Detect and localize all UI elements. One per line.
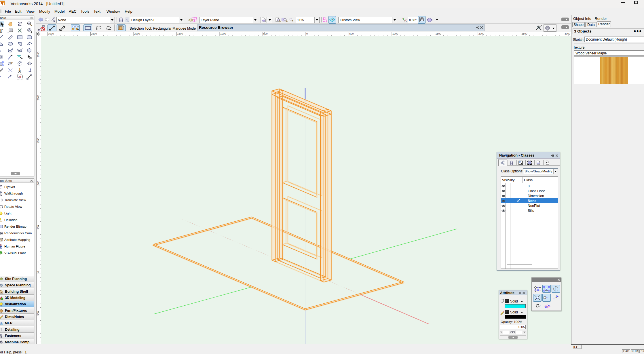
svg-text:3000: 3000 (48, 32, 54, 35)
svg-text:2500: 2500 (37, 52, 40, 57)
svg-text:2000: 2000 (134, 32, 140, 35)
svg-text:x: x (406, 20, 407, 22)
svg-text:T: T (0, 28, 3, 33)
svg-text:500: 500 (37, 311, 40, 315)
svg-text:1500: 1500 (436, 32, 441, 35)
svg-text:3000: 3000 (565, 32, 570, 35)
svg-text:500: 500 (349, 32, 354, 35)
svg-text:1500: 1500 (177, 32, 183, 35)
svg-text:2000: 2000 (478, 32, 484, 35)
svg-text:1000: 1000 (37, 181, 40, 186)
svg-text:1000: 1000 (220, 32, 226, 35)
svg-text:1000: 1000 (392, 32, 398, 35)
svg-text:2500: 2500 (522, 32, 527, 35)
svg-text:2500: 2500 (91, 32, 97, 35)
svg-text:0: 0 (306, 32, 308, 35)
svg-text:500: 500 (263, 32, 268, 35)
svg-text:500: 500 (37, 225, 40, 229)
svg-text:0: 0 (37, 271, 40, 273)
svg-text:Y: Y (402, 18, 403, 19)
svg-text:1500: 1500 (37, 138, 40, 143)
svg-text:9: 9 (20, 70, 21, 72)
svg-text:2000: 2000 (37, 95, 40, 100)
